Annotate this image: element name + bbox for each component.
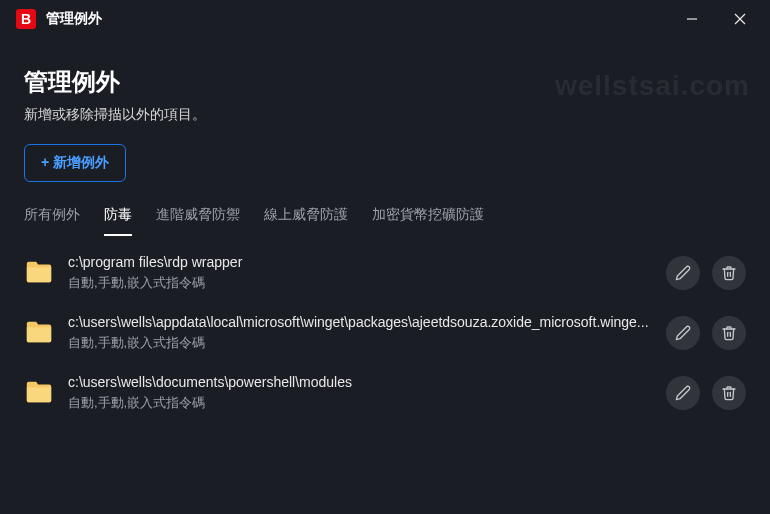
tab-4[interactable]: 加密貨幣挖礦防護 xyxy=(372,206,484,236)
tab-2[interactable]: 進階威脅防禦 xyxy=(156,206,240,236)
table-row: c:\users\wells\appdata\local\microsoft\w… xyxy=(24,314,746,352)
page-subtitle: 新增或移除掃描以外的項目。 xyxy=(24,106,746,124)
exception-list: c:\program files\rdp wrapper 自動,手動,嵌入式指令… xyxy=(24,254,746,412)
page-title: 管理例外 xyxy=(24,66,746,98)
titlebar: B 管理例外 xyxy=(0,0,770,38)
table-row: c:\program files\rdp wrapper 自動,手動,嵌入式指令… xyxy=(24,254,746,292)
folder-icon xyxy=(24,256,54,290)
app-icon: B xyxy=(16,9,36,29)
delete-button[interactable] xyxy=(712,376,746,410)
window-title: 管理例外 xyxy=(46,10,102,28)
tab-3[interactable]: 線上威脅防護 xyxy=(264,206,348,236)
tab-0[interactable]: 所有例外 xyxy=(24,206,80,236)
delete-button[interactable] xyxy=(712,256,746,290)
edit-button[interactable] xyxy=(666,256,700,290)
exception-path: c:\users\wells\documents\powershell\modu… xyxy=(68,374,652,390)
folder-icon xyxy=(24,376,54,410)
edit-button[interactable] xyxy=(666,316,700,350)
delete-button[interactable] xyxy=(712,316,746,350)
tab-1[interactable]: 防毒 xyxy=(104,206,132,236)
close-button[interactable] xyxy=(718,4,762,34)
exception-path: c:\users\wells\appdata\local\microsoft\w… xyxy=(68,314,652,330)
edit-button[interactable] xyxy=(666,376,700,410)
tabs: 所有例外防毒進階威脅防禦線上威脅防護加密貨幣挖礦防護 xyxy=(24,206,746,236)
table-row: c:\users\wells\documents\powershell\modu… xyxy=(24,374,746,412)
folder-icon xyxy=(24,316,54,350)
minimize-button[interactable] xyxy=(670,4,714,34)
add-exception-button[interactable]: + 新增例外 xyxy=(24,144,126,182)
exception-detail: 自動,手動,嵌入式指令碼 xyxy=(68,394,652,412)
exception-path: c:\program files\rdp wrapper xyxy=(68,254,652,270)
exception-detail: 自動,手動,嵌入式指令碼 xyxy=(68,274,652,292)
exception-detail: 自動,手動,嵌入式指令碼 xyxy=(68,334,652,352)
